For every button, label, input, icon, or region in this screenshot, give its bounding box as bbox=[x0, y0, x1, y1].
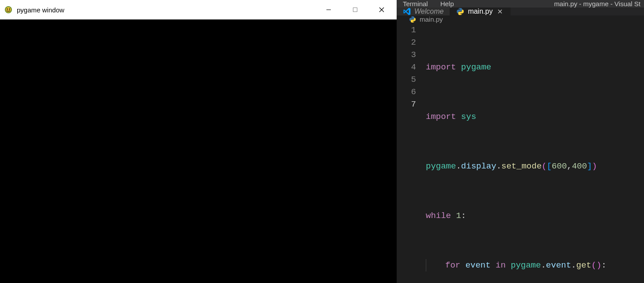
vscode-logo-icon bbox=[403, 8, 411, 15]
code-line[interactable]: pygame.display.set_mode([600,400]) bbox=[426, 160, 644, 172]
line-number[interactable]: 6 bbox=[397, 86, 416, 98]
svg-point-1 bbox=[6, 7, 11, 12]
number: 600 bbox=[552, 161, 567, 171]
code-line[interactable]: while 1: bbox=[426, 210, 644, 222]
tab-label: main.py bbox=[468, 8, 492, 15]
python-file-icon bbox=[409, 16, 416, 23]
keyword: import bbox=[426, 112, 456, 122]
punct: ) bbox=[596, 260, 601, 270]
svg-point-2 bbox=[7, 8, 8, 9]
tabs-empty-area[interactable] bbox=[511, 8, 644, 15]
menu-terminal[interactable]: Terminal bbox=[397, 0, 434, 8]
code-line[interactable]: for event in pygame.event.get(): bbox=[426, 259, 644, 272]
pygame-title: pygame window bbox=[17, 6, 64, 14]
identifier: get bbox=[576, 260, 591, 270]
code-line[interactable]: import sys bbox=[426, 111, 644, 123]
svg-point-3 bbox=[9, 8, 10, 9]
close-tab-icon[interactable] bbox=[496, 8, 504, 15]
punct: , bbox=[567, 161, 572, 171]
python-file-icon bbox=[456, 8, 464, 15]
keyword: while bbox=[426, 211, 451, 221]
identifier: pygame bbox=[511, 260, 541, 270]
menu-help[interactable]: Help bbox=[434, 0, 460, 8]
keyword: import bbox=[426, 62, 456, 72]
minimize-button[interactable] bbox=[315, 0, 342, 19]
maximize-button[interactable] bbox=[342, 0, 368, 19]
punct: ( bbox=[591, 260, 596, 270]
close-button[interactable] bbox=[368, 0, 395, 19]
breadcrumb-file[interactable]: main.py bbox=[420, 15, 443, 23]
line-number[interactable]: 7 bbox=[397, 98, 416, 111]
number: 400 bbox=[572, 161, 587, 171]
pygame-window: pygame window bbox=[0, 0, 397, 283]
svg-rect-5 bbox=[353, 8, 357, 12]
code-line[interactable]: import pygame bbox=[426, 61, 644, 73]
identifier: pygame bbox=[461, 62, 491, 72]
line-number[interactable]: 5 bbox=[397, 73, 416, 86]
line-number[interactable]: 3 bbox=[397, 49, 416, 61]
space bbox=[451, 211, 456, 221]
identifier: event bbox=[546, 260, 571, 270]
vscode-menu: Terminal Help bbox=[397, 0, 460, 8]
punct: [ bbox=[547, 161, 552, 171]
punct: : bbox=[602, 260, 606, 270]
punct: . bbox=[456, 161, 461, 171]
keyword: in bbox=[496, 260, 506, 270]
tab-welcome[interactable]: Welcome bbox=[397, 8, 450, 15]
identifier: event bbox=[466, 260, 491, 270]
line-number[interactable]: 4 bbox=[397, 61, 416, 73]
vscode-window: Terminal Help main.py - mygame - Visual … bbox=[397, 0, 644, 283]
line-gutter: 1 2 3 4 5 6 7 bbox=[397, 23, 426, 283]
line-number[interactable]: 1 bbox=[397, 24, 416, 36]
pygame-canvas[interactable] bbox=[0, 19, 397, 283]
editor-tabs: Welcome main.py bbox=[397, 8, 644, 15]
punct: . bbox=[571, 260, 576, 270]
code-area[interactable]: import pygame import sys pygame.display.… bbox=[426, 23, 644, 283]
identifier: pygame bbox=[426, 161, 456, 171]
code-editor[interactable]: 1 2 3 4 5 6 7 import pygame import sys p… bbox=[397, 23, 644, 283]
punct: . bbox=[541, 260, 546, 270]
tab-label: Welcome bbox=[414, 8, 443, 15]
line-number[interactable]: 2 bbox=[397, 36, 416, 49]
keyword: for bbox=[445, 260, 460, 270]
identifier: sys bbox=[461, 112, 476, 122]
number: 1 bbox=[456, 211, 461, 221]
tab-main-py[interactable]: main.py bbox=[450, 8, 511, 15]
vscode-titlebar[interactable]: Terminal Help main.py - mygame - Visual … bbox=[397, 0, 644, 8]
pygame-titlebar[interactable]: pygame window bbox=[0, 0, 397, 19]
punct: ( bbox=[542, 161, 546, 171]
breadcrumb[interactable]: main.py bbox=[397, 15, 644, 23]
identifier: display bbox=[461, 161, 496, 171]
vscode-window-title: main.py - mygame - Visual St bbox=[554, 0, 640, 8]
identifier: set_mode bbox=[501, 161, 542, 171]
punct: : bbox=[461, 211, 466, 221]
punct: . bbox=[496, 161, 501, 171]
punct: ) bbox=[592, 161, 597, 171]
punct: ] bbox=[587, 161, 592, 171]
pygame-icon bbox=[4, 5, 13, 15]
